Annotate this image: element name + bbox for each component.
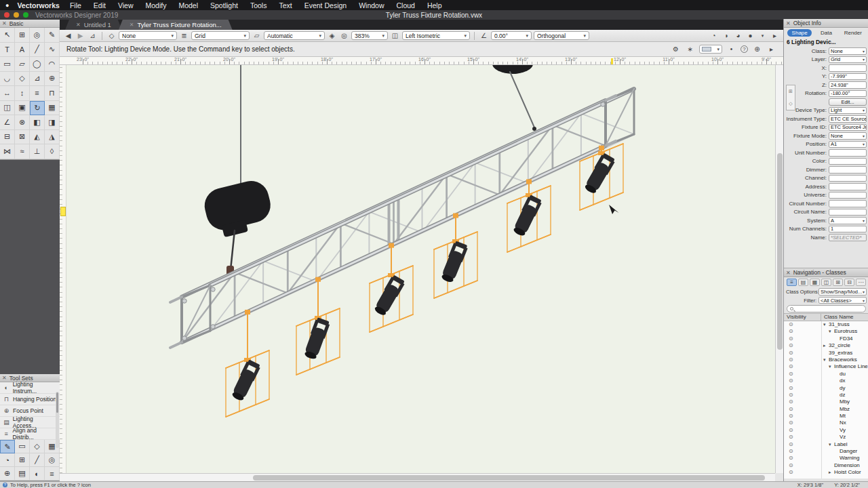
class-row-mby[interactable]: ⊙Mby — [784, 399, 868, 405]
basic-tool-button[interactable]: ⊿ — [30, 72, 45, 87]
basic-tool-button[interactable]: ▣ — [15, 101, 30, 116]
basic-tool-button[interactable]: ▭ — [0, 57, 15, 72]
toolset-tool-button[interactable]: ▤ — [15, 467, 30, 481]
basic-tool-button[interactable]: T — [0, 43, 15, 58]
toolset-tool-button[interactable]: ≡ — [45, 467, 60, 481]
horizontal-scrollbar-thumb[interactable] — [253, 475, 765, 481]
basic-tool-button[interactable]: ⋈ — [0, 144, 15, 159]
toolset-tool-button[interactable]: ◇ — [30, 440, 45, 453]
basic-tool-button[interactable]: ▱ — [15, 57, 30, 72]
basic-tool-button[interactable]: ✎ — [45, 28, 60, 43]
menu-file[interactable]: File — [64, 1, 87, 9]
basic-tool-button[interactable]: ⊕ — [45, 72, 60, 87]
drawing-area[interactable] — [60, 65, 775, 473]
snap-settings-icon[interactable]: ∗ — [685, 45, 695, 53]
visibility-eye-icon[interactable]: ⊙ — [789, 413, 793, 420]
position-widget[interactable]: ⊞◇ — [786, 85, 795, 110]
back-arrow-icon[interactable]: ◀ — [63, 32, 73, 39]
horizontal-scrollbar[interactable] — [60, 473, 775, 481]
zoom-icon[interactable]: ◎ — [339, 32, 349, 39]
basic-tool-button[interactable]: ◎ — [30, 28, 45, 43]
class-row-dx[interactable]: ⊙dx — [784, 378, 868, 384]
class-row-dy[interactable]: ⊙dy — [784, 385, 868, 392]
help-icon[interactable]: ? — [741, 45, 748, 53]
active-plane-dropdown[interactable]: Automatic▾ — [264, 31, 325, 40]
basic-tool-button[interactable]: ∿ — [45, 43, 60, 58]
visibility-eye-icon[interactable]: ⊙ — [789, 392, 793, 399]
tab-shape[interactable]: Shape — [787, 29, 812, 37]
visibility-eye-icon[interactable]: ⊙ — [789, 328, 793, 335]
class-name-column-header[interactable]: Class Name — [821, 314, 854, 321]
current-view-dropdown[interactable]: Left Isometric▾ — [402, 31, 470, 40]
render-mode-icon[interactable]: ◔ — [709, 32, 719, 39]
navigation-mode-icon[interactable]: ⊞ — [833, 279, 843, 286]
disclosure-closed-icon[interactable]: ▸ — [823, 342, 829, 349]
disclosure-open-icon[interactable]: ▾ — [823, 321, 829, 328]
disclosure-open-icon[interactable]: ▾ — [829, 328, 834, 335]
visibility-eye-icon[interactable]: ⊙ — [789, 350, 793, 357]
visibility-eye-icon[interactable]: ⊙ — [789, 357, 793, 363]
class-row-32-circle[interactable]: ⊙▸32_circle — [784, 342, 868, 349]
menu-tools[interactable]: Tools — [244, 1, 273, 9]
class-row-danger[interactable]: ⊙Danger — [784, 448, 868, 455]
document-tab[interactable]: ✕Untitled 1 — [65, 20, 122, 30]
class-row-vy[interactable]: ⊙Vy — [784, 427, 868, 434]
field-fixture-id[interactable]: ETC Source4 Jr▾ — [829, 124, 867, 131]
field-unit-number[interactable] — [829, 149, 867, 157]
help-indicator-icon[interactable]: ? — [3, 483, 7, 487]
menu-event-design[interactable]: Event Design — [298, 1, 353, 9]
navigation-mode-icon[interactable]: ▦ — [810, 279, 820, 286]
visibility-eye-icon[interactable]: ⊙ — [789, 406, 793, 413]
basic-tool-button[interactable]: ⊥ — [30, 144, 45, 159]
field-fixture-mode[interactable]: None▾ — [829, 132, 867, 140]
visibility-eye-icon[interactable]: ⊙ — [789, 455, 793, 462]
toolset-tool-button[interactable]: ◎ — [45, 453, 60, 467]
rotate-tool-button[interactable]: ↻ — [30, 101, 45, 116]
edit-button[interactable]: Edit... — [829, 98, 867, 106]
navigation-mode-icon[interactable]: ≡ — [787, 279, 797, 286]
close-icon[interactable]: ✕ — [2, 21, 7, 26]
active-layer-dropdown[interactable]: Grid▾ — [191, 31, 250, 40]
visibility-eye-icon[interactable]: ⊙ — [789, 469, 793, 476]
field-circuit-name[interactable] — [829, 209, 867, 216]
disclosure-open-icon[interactable]: ▾ — [823, 357, 829, 363]
visibility-eye-icon[interactable]: ⊙ — [789, 336, 793, 342]
render-mode-icon[interactable]: ◑ — [721, 32, 731, 39]
basic-tool-button[interactable]: ◇ — [15, 72, 30, 87]
field-device-type[interactable]: Light▾ — [829, 107, 867, 115]
class-row-fd34[interactable]: ⊙FD34 — [784, 336, 868, 342]
basic-tool-button[interactable]: ≡ — [30, 86, 45, 101]
forward-arrow-icon[interactable]: ▶ — [75, 32, 85, 39]
class-row-braceworks[interactable]: ⊙▾Braceworks — [784, 357, 868, 363]
field-system[interactable]: A▾ — [829, 217, 867, 224]
navigation-mode-icon[interactable]: ▤ — [798, 279, 808, 286]
class-row-hoist-color[interactable]: ⊙▸Hoist Color — [784, 469, 868, 476]
apple-menu-icon[interactable]: ● — [5, 2, 9, 9]
close-icon[interactable]: ✕ — [2, 375, 7, 381]
menu-view[interactable]: View — [112, 1, 140, 9]
basic-tool-button[interactable]: ◨ — [45, 115, 60, 130]
dot-grid-icon[interactable]: • — [726, 45, 736, 53]
class-row-39-extras[interactable]: ⊙39_extras — [784, 350, 868, 357]
projection-dropdown[interactable]: Orthogonal▾ — [534, 31, 589, 40]
gear-icon[interactable]: ⚙ — [671, 45, 681, 53]
class-row-vz[interactable]: ⊙Vz — [784, 434, 868, 441]
basic-tool-button[interactable]: ◊ — [45, 144, 60, 159]
rotation-angle-field[interactable]: 0.00°▾ — [491, 31, 532, 40]
active-class-dropdown[interactable]: None▾ — [119, 31, 177, 40]
rotation-field[interactable]: -180.00° — [829, 90, 867, 98]
toolset-item-lighting-instrum-[interactable]: ◐Lighting Instrum... — [0, 382, 60, 394]
disclosure-closed-icon[interactable]: ▸ — [829, 469, 834, 476]
menu-text[interactable]: Text — [273, 1, 298, 9]
basic-tool-button[interactable]: ↕ — [15, 86, 30, 101]
class-options-dropdown[interactable]: Show/Snap/Mod...▾ — [818, 288, 867, 296]
drawing-canvas[interactable] — [60, 65, 775, 473]
visibility-eye-icon[interactable]: ⊙ — [789, 434, 793, 441]
field-circuit-number[interactable] — [829, 200, 867, 207]
class-row-label[interactable]: ⊙▾Label — [784, 441, 868, 448]
class-row-warning[interactable]: ⊙Warning — [784, 455, 868, 462]
toolset-tool-button[interactable]: ⊕ — [0, 467, 15, 481]
basic-tool-button[interactable]: ⊟ — [0, 130, 15, 145]
saved-views-icon[interactable]: ⊿ — [87, 32, 98, 39]
basic-tool-button[interactable]: ◡ — [0, 72, 15, 87]
